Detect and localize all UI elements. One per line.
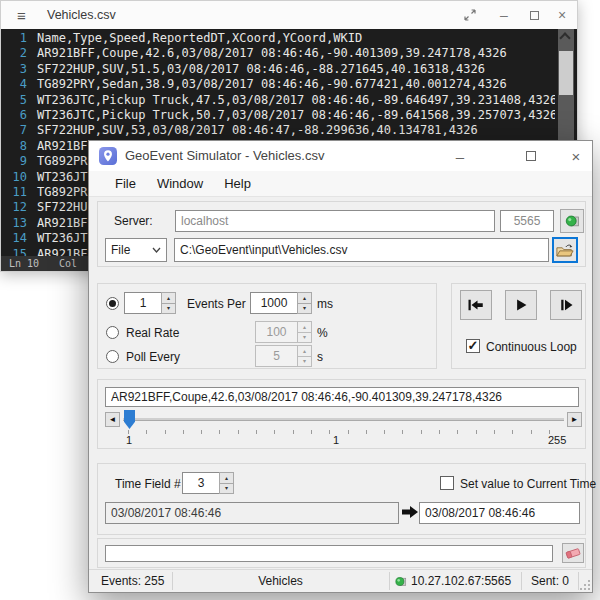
slider-min-label: 1 <box>126 434 132 446</box>
connect-button[interactable] <box>560 209 584 233</box>
connection-group: Server: File <box>97 201 586 267</box>
menu-file[interactable]: File <box>114 174 137 193</box>
slider-tick-marks <box>128 430 566 434</box>
percent-unit-label: % <box>317 326 328 340</box>
source-type-dropdown[interactable]: File <box>105 238 167 262</box>
slider-track[interactable] <box>123 418 564 421</box>
spin-up-button[interactable]: ▴ <box>161 292 176 304</box>
spin-up-button: ▴ <box>297 345 312 357</box>
poll-spinner: ▴ ▾ <box>255 345 312 367</box>
slider-thumb[interactable] <box>124 410 135 429</box>
arrow-right-icon <box>402 505 418 519</box>
skip-to-start-icon <box>467 298 485 312</box>
step-forward-button[interactable] <box>550 290 582 320</box>
connection-status-icon <box>564 213 580 229</box>
maximize-icon <box>530 11 539 20</box>
editor-window-title: Vehicles.csv <box>47 8 116 22</box>
column-indicator: Col <box>59 258 77 269</box>
simulator-maximize-button[interactable] <box>516 141 546 171</box>
original-time-field[interactable] <box>105 502 399 524</box>
resize-grip[interactable] <box>580 580 590 590</box>
server-label: Server: <box>114 214 153 228</box>
csv-line: 2AR921BFF,Coupe,42.6,03/08/2017 08:46:46… <box>1 46 555 61</box>
play-icon <box>514 298 528 312</box>
simulator-minimize-button[interactable]: – <box>445 141 475 171</box>
ms-unit-label: ms <box>317 297 333 311</box>
slider-current-label: 1 <box>333 434 339 446</box>
server-port-input[interactable] <box>500 210 554 232</box>
open-folder-icon <box>556 243 574 258</box>
events-count-spinner: ▴ ▾ <box>124 292 176 314</box>
progress-bar <box>105 545 553 562</box>
events-per-radio[interactable] <box>106 297 119 310</box>
spin-up-button[interactable]: ▴ <box>297 292 312 304</box>
simulator-statusbar: Events: 255 Vehicles 10.27.102.67:5565 S… <box>89 569 592 592</box>
editor-maximize-button[interactable] <box>519 1 549 29</box>
menu-window[interactable]: Window <box>156 174 204 193</box>
expand-diagonal-icon <box>464 9 476 21</box>
editor-close-button[interactable]: × <box>547 1 577 29</box>
connection-status-icon <box>394 575 407 588</box>
simulator-window: GeoEvent Simulator - Vehicles.csv – × Fi… <box>88 140 593 593</box>
step-forward-icon <box>559 298 574 312</box>
spin-down-button: ▾ <box>297 357 312 368</box>
skip-to-start-button[interactable] <box>460 290 492 320</box>
scrollbar-thumb[interactable] <box>559 51 573 95</box>
events-per-label: Events Per <box>187 297 246 311</box>
maximize-icon <box>526 151 536 161</box>
seconds-unit-label: s <box>317 350 323 364</box>
editor-titlebar: ≡ Vehicles.csv – × <box>1 1 577 29</box>
time-field-group: Time Field # ▴ ▾ Set value to Current Ti… <box>97 463 586 535</box>
set-current-time-checkbox[interactable] <box>440 476 454 490</box>
time-field-label: Time Field # <box>115 477 181 491</box>
editor-expand-button[interactable] <box>455 1 485 29</box>
csv-line: 6WT236JTC,Pickup Truck,50.7,03/08/2017 0… <box>1 108 555 123</box>
menu-help[interactable]: Help <box>223 174 252 193</box>
spin-down-button: ▾ <box>297 333 312 344</box>
file-path-input[interactable] <box>174 238 549 262</box>
clear-button[interactable] <box>562 543 584 563</box>
slider-right-button[interactable]: ► <box>567 412 582 427</box>
poll-every-radio[interactable] <box>106 350 119 363</box>
browse-file-button[interactable] <box>552 237 578 263</box>
poll-input <box>255 345 297 367</box>
play-button[interactable] <box>505 290 537 320</box>
spin-up-button[interactable]: ▴ <box>219 472 234 484</box>
time-field-input[interactable] <box>182 472 219 494</box>
spin-down-button[interactable]: ▾ <box>219 484 234 495</box>
poll-every-label: Poll Every <box>126 350 180 364</box>
scrollbar-up-icon[interactable] <box>559 32 570 43</box>
real-rate-radio[interactable] <box>106 326 119 339</box>
csv-line: 3SF722HUP,SUV,51.5,03/08/2017 08:46:46,-… <box>1 62 555 77</box>
chevron-down-icon <box>152 247 161 253</box>
real-rate-label: Real Rate <box>126 326 179 340</box>
continuous-loop-checkbox[interactable]: ✓ <box>466 339 480 353</box>
simulator-window-title: GeoEvent Simulator - Vehicles.csv <box>125 148 324 163</box>
server-address-status: 10.27.102.67:5565 <box>411 574 511 588</box>
event-preview-group: ◄ ► 1 1 255 <box>97 379 586 449</box>
csv-line: 5WT236JTC,Pickup Truck,47.5,03/08/2017 0… <box>1 93 555 108</box>
simulator-titlebar: GeoEvent Simulator - Vehicles.csv – × <box>89 141 592 171</box>
event-preview-field[interactable] <box>105 387 579 407</box>
slider-left-button[interactable]: ◄ <box>105 412 120 427</box>
server-host-input[interactable] <box>175 210 495 232</box>
interval-spinner: ▴ ▾ <box>250 292 312 314</box>
set-current-time-label: Set value to Current Time <box>460 477 596 491</box>
line-indicator: Ln 10 <box>9 258 39 269</box>
spin-down-button[interactable]: ▾ <box>161 304 176 315</box>
simulator-close-button[interactable]: × <box>561 141 591 171</box>
interval-input[interactable] <box>250 292 297 314</box>
csv-line: 7SF722HUP,SUV,53,03/08/2017 08:46:47,-88… <box>1 123 555 138</box>
events-count-input[interactable] <box>124 292 161 314</box>
playback-group: ✓ Continuous Loop <box>451 283 586 369</box>
simulated-time-field[interactable] <box>419 502 580 524</box>
editor-minimize-button[interactable]: – <box>489 1 519 29</box>
progress-group <box>97 538 586 568</box>
sent-count-status: Sent: 0 <box>531 574 569 588</box>
events-count-status: Events: 255 <box>101 574 164 588</box>
eraser-icon <box>565 547 581 559</box>
csv-line: 1Name,Type,Speed,ReportedDT,XCoord,YCoor… <box>1 31 555 46</box>
spin-down-button[interactable]: ▾ <box>297 304 312 315</box>
hamburger-menu-icon[interactable]: ≡ <box>17 7 35 24</box>
csv-line: 4TG892PRY,Sedan,38.9,03/08/2017 08:46:46… <box>1 77 555 92</box>
